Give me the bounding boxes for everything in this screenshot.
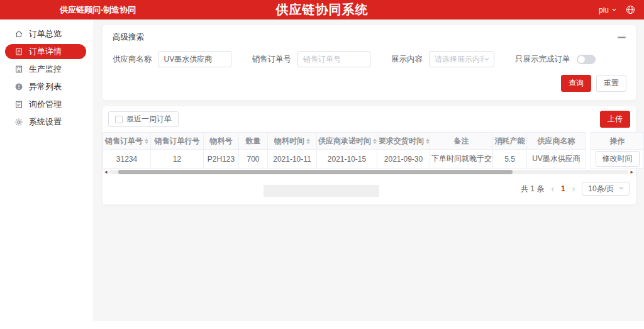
th-material-no: 物料号 [204, 133, 239, 150]
toggle-knob [578, 56, 585, 63]
display-content-label: 展示内容 [391, 54, 423, 65]
cell-capacity: 5.5 [493, 150, 527, 169]
inquiry-building-icon [14, 100, 23, 109]
cell-required-time: 2021-09-30 [377, 150, 430, 169]
th-promised-time[interactable]: 供应商承诺时间 [317, 133, 377, 150]
chevron-down-icon [611, 6, 617, 14]
pagination-prev[interactable]: ‹ [551, 184, 554, 193]
cell-promised-time: 2021-10-15 [317, 150, 377, 169]
th-remark: 备注 [430, 133, 493, 150]
recent-week-checkbox[interactable] [115, 116, 123, 123]
display-content-placeholder: 请选择展示内容 [435, 54, 484, 65]
th-supplier: 供应商名称 [527, 133, 586, 150]
cell-operation: 修改时间 [591, 150, 644, 169]
orders-table: 销售订单号 销售订单行号 物料号 数量 物料时间 供应商承诺时间 要求交货时间 … [103, 132, 644, 169]
upload-button[interactable]: 上传 [600, 111, 630, 128]
globe-icon[interactable] [626, 5, 635, 14]
completed-orders-toggle[interactable] [577, 55, 596, 64]
reset-button[interactable]: 重置 [596, 75, 626, 92]
fixed-column-gap [586, 133, 591, 150]
production-building-icon [14, 65, 23, 74]
sort-carets-icon [373, 138, 377, 144]
query-button[interactable]: 查询 [561, 75, 591, 92]
scrollbar-thumb[interactable] [118, 170, 513, 174]
completed-orders-field: 只展示完成订单 [515, 54, 596, 65]
table-header-row: 销售订单号 销售订单行号 物料号 数量 物料时间 供应商承诺时间 要求交货时间 … [103, 133, 644, 150]
pagination-next[interactable]: › [572, 184, 575, 193]
pagination-current-page[interactable]: 1 [561, 185, 565, 192]
horizontal-scrollbar: ◂ ▸ [104, 169, 633, 175]
page-size-value: 10条/页 [588, 184, 614, 194]
supplier-name-label: 供应商名称 [113, 54, 152, 65]
cell-remark: 下单时间就晚于交货时间了 [430, 150, 493, 169]
supplier-name-input[interactable] [158, 51, 231, 67]
home-icon [14, 30, 23, 38]
sales-order-field: 销售订单号 [252, 51, 371, 67]
sidebar-item-production-monitor[interactable]: 生产监控 [0, 60, 93, 78]
cell-sales-order-no: 31234 [103, 150, 151, 169]
completed-orders-label: 只展示完成订单 [515, 54, 570, 65]
cell-material-time: 2021-10-11 [268, 150, 317, 169]
chevron-down-icon [484, 53, 490, 65]
advanced-search-panel: 高级搜索 供应商名称 销售订单号 展示内容 请选择展示内容 [103, 25, 636, 100]
cell-quantity: 700 [239, 150, 268, 169]
chevron-down-icon [618, 184, 625, 193]
search-form: 供应商名称 销售订单号 展示内容 请选择展示内容 [103, 43, 636, 67]
table-row: 31234 12 P2H123 700 2021-10-11 2021-10-1… [103, 150, 644, 169]
search-panel-title: 高级搜索 [113, 32, 144, 43]
sidebar-item-label: 异常列表 [29, 81, 62, 92]
gear-icon [14, 118, 23, 126]
sidebar-item-order-overview[interactable]: 订单总览 [0, 25, 93, 43]
cell-material-no: P2H123 [204, 150, 239, 169]
th-sales-order-no[interactable]: 销售订单号 [103, 133, 151, 150]
recent-week-label: 最近一周订单 [126, 114, 172, 125]
sidebar-item-order-detail[interactable]: 订单详情 [5, 44, 86, 59]
display-content-select[interactable]: 请选择展示内容 [429, 51, 494, 67]
sales-order-label: 销售订单号 [252, 54, 292, 65]
scroll-right-icon[interactable]: ▸ [630, 169, 633, 175]
info-circle-icon [14, 82, 23, 91]
page-size-select[interactable]: 10条/页 [582, 182, 630, 196]
recent-week-filter[interactable]: 最近一周订单 [108, 111, 179, 127]
sidebar-item-system-settings[interactable]: 系统设置 [0, 113, 93, 131]
minus-icon[interactable] [618, 36, 626, 38]
sidebar-item-label: 订单总览 [29, 28, 62, 40]
sidebar-item-label: 系统设置 [29, 116, 62, 128]
placeholder-box [264, 185, 379, 197]
order-document-icon [14, 47, 23, 56]
fixed-column-gap [586, 150, 591, 169]
th-operation: 操作 [591, 133, 644, 150]
sales-order-input[interactable] [297, 51, 370, 67]
cell-line-no: 12 [151, 150, 204, 169]
top-header: 供应链顾问-制造协同 供应链协同系统 piu [0, 0, 644, 20]
brand-title: 供应链顾问-制造协同 [60, 4, 136, 16]
sidebar-item-label: 询价管理 [29, 99, 62, 110]
main-content: 高级搜索 供应商名称 销售订单号 展示内容 请选择展示内容 [93, 20, 644, 321]
th-quantity: 数量 [239, 133, 268, 150]
sidebar-item-label: 生产监控 [29, 64, 62, 75]
header-user-area: piu [599, 5, 644, 14]
th-capacity: 消耗产能 [493, 133, 527, 150]
scrollbar-track[interactable] [109, 170, 629, 174]
sort-carets-icon [426, 138, 430, 144]
sidebar: 订单总览 订单详情 生产监控 异常列表 询价管理 [0, 20, 93, 329]
modify-time-button[interactable]: 修改时间 [596, 151, 640, 167]
sort-carets-icon [145, 138, 148, 144]
sort-carets-icon [306, 138, 310, 144]
sidebar-item-label: 订单详情 [29, 46, 62, 57]
username: piu [599, 6, 609, 14]
th-required-time[interactable]: 要求交货时间 [377, 133, 430, 150]
user-menu[interactable]: piu [599, 6, 617, 14]
display-content-field: 展示内容 请选择展示内容 [391, 51, 494, 67]
th-material-time[interactable]: 物料时间 [268, 133, 317, 150]
scroll-left-icon[interactable]: ◂ [104, 169, 108, 175]
th-line-no: 销售订单行号 [151, 133, 204, 150]
cell-supplier: UV墨水供应商 [527, 150, 586, 169]
sidebar-item-exception-list[interactable]: 异常列表 [0, 78, 93, 96]
pagination-total: 共 1 条 [521, 184, 544, 194]
app-root: 供应链顾问-制造协同 供应链协同系统 piu 订单总览 [0, 0, 644, 329]
supplier-name-field: 供应商名称 [113, 51, 231, 67]
sidebar-item-inquiry-management[interactable]: 询价管理 [0, 96, 93, 113]
